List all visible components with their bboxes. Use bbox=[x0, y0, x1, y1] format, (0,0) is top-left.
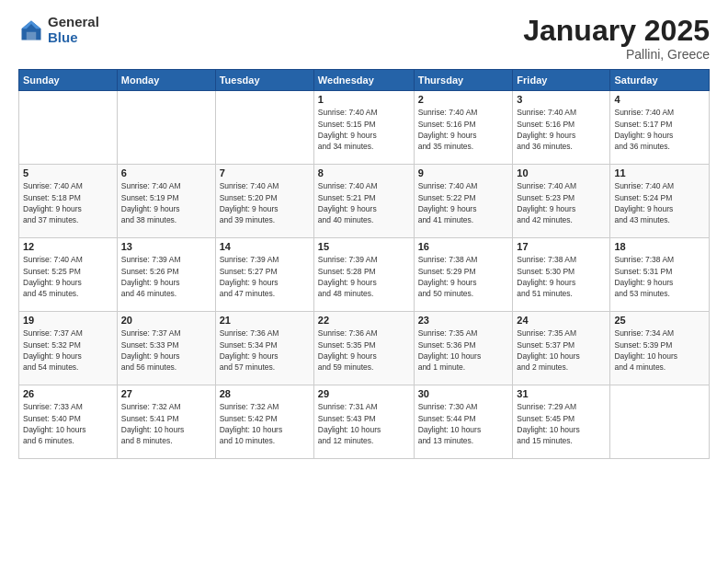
day-number: 17 bbox=[517, 241, 606, 252]
header-saturday: Saturday bbox=[610, 70, 710, 91]
day-detail: Sunrise: 7:40 AM Sunset: 5:21 PM Dayligh… bbox=[318, 180, 410, 225]
page: General Blue January 2025 Pallini, Greec… bbox=[0, 0, 728, 563]
calendar-table: Sunday Monday Tuesday Wednesday Thursday… bbox=[18, 69, 710, 459]
header-sunday: Sunday bbox=[19, 70, 118, 91]
day-detail: Sunrise: 7:40 AM Sunset: 5:17 PM Dayligh… bbox=[614, 107, 705, 152]
day-number: 26 bbox=[23, 388, 113, 399]
day-cell: 9Sunrise: 7:40 AM Sunset: 5:22 PM Daylig… bbox=[414, 165, 513, 238]
header-friday: Friday bbox=[513, 70, 610, 91]
day-number: 5 bbox=[23, 167, 113, 178]
day-cell bbox=[610, 385, 710, 459]
day-number: 10 bbox=[517, 167, 606, 178]
day-cell: 20Sunrise: 7:37 AM Sunset: 5:33 PM Dayli… bbox=[117, 312, 215, 385]
week-row-5: 26Sunrise: 7:33 AM Sunset: 5:40 PM Dayli… bbox=[19, 385, 710, 459]
day-detail: Sunrise: 7:40 AM Sunset: 5:23 PM Dayligh… bbox=[517, 180, 606, 225]
day-cell: 15Sunrise: 7:39 AM Sunset: 5:28 PM Dayli… bbox=[313, 238, 414, 312]
day-cell: 17Sunrise: 7:38 AM Sunset: 5:30 PM Dayli… bbox=[513, 238, 610, 312]
day-cell: 8Sunrise: 7:40 AM Sunset: 5:21 PM Daylig… bbox=[313, 165, 414, 238]
day-detail: Sunrise: 7:40 AM Sunset: 5:20 PM Dayligh… bbox=[220, 180, 310, 225]
day-cell: 6Sunrise: 7:40 AM Sunset: 5:19 PM Daylig… bbox=[117, 165, 215, 238]
day-detail: Sunrise: 7:37 AM Sunset: 5:32 PM Dayligh… bbox=[23, 327, 113, 373]
day-detail: Sunrise: 7:30 AM Sunset: 5:44 PM Dayligh… bbox=[418, 401, 509, 446]
day-cell: 5Sunrise: 7:40 AM Sunset: 5:18 PM Daylig… bbox=[19, 165, 118, 238]
day-detail: Sunrise: 7:40 AM Sunset: 5:16 PM Dayligh… bbox=[418, 107, 509, 152]
week-row-3: 12Sunrise: 7:40 AM Sunset: 5:25 PM Dayli… bbox=[19, 238, 710, 312]
day-number: 1 bbox=[318, 94, 410, 105]
day-detail: Sunrise: 7:40 AM Sunset: 5:18 PM Dayligh… bbox=[23, 180, 113, 225]
day-number: 13 bbox=[121, 241, 211, 252]
day-detail: Sunrise: 7:39 AM Sunset: 5:27 PM Dayligh… bbox=[220, 254, 310, 299]
day-detail: Sunrise: 7:31 AM Sunset: 5:43 PM Dayligh… bbox=[318, 401, 410, 446]
day-number: 19 bbox=[23, 315, 113, 326]
day-number: 30 bbox=[418, 388, 509, 399]
day-cell: 28Sunrise: 7:32 AM Sunset: 5:42 PM Dayli… bbox=[215, 385, 313, 459]
day-cell: 11Sunrise: 7:40 AM Sunset: 5:24 PM Dayli… bbox=[610, 165, 710, 238]
day-detail: Sunrise: 7:32 AM Sunset: 5:41 PM Dayligh… bbox=[121, 401, 211, 446]
day-detail: Sunrise: 7:38 AM Sunset: 5:29 PM Dayligh… bbox=[418, 254, 509, 299]
day-number: 18 bbox=[614, 241, 705, 252]
day-cell: 18Sunrise: 7:38 AM Sunset: 5:31 PM Dayli… bbox=[610, 238, 710, 312]
day-number: 11 bbox=[614, 167, 705, 178]
week-row-1: 1Sunrise: 7:40 AM Sunset: 5:15 PM Daylig… bbox=[19, 91, 710, 165]
day-cell bbox=[117, 91, 215, 165]
header-tuesday: Tuesday bbox=[215, 70, 313, 91]
day-detail: Sunrise: 7:40 AM Sunset: 5:25 PM Dayligh… bbox=[23, 254, 113, 299]
day-cell: 22Sunrise: 7:36 AM Sunset: 5:35 PM Dayli… bbox=[313, 312, 414, 385]
day-cell: 3Sunrise: 7:40 AM Sunset: 5:16 PM Daylig… bbox=[513, 91, 610, 165]
day-detail: Sunrise: 7:29 AM Sunset: 5:45 PM Dayligh… bbox=[517, 401, 606, 446]
logo-blue-text: Blue bbox=[48, 30, 99, 46]
calendar-title: January 2025 bbox=[523, 15, 710, 47]
day-number: 9 bbox=[418, 167, 509, 178]
day-detail: Sunrise: 7:40 AM Sunset: 5:19 PM Dayligh… bbox=[121, 180, 211, 225]
logo-general-text: General bbox=[48, 15, 99, 30]
logo-text: General Blue bbox=[48, 15, 99, 45]
day-number: 20 bbox=[121, 315, 211, 326]
day-number: 22 bbox=[318, 315, 410, 326]
day-number: 12 bbox=[23, 241, 113, 252]
day-number: 15 bbox=[318, 241, 410, 252]
day-cell: 16Sunrise: 7:38 AM Sunset: 5:29 PM Dayli… bbox=[414, 238, 513, 312]
day-cell: 10Sunrise: 7:40 AM Sunset: 5:23 PM Dayli… bbox=[513, 165, 610, 238]
day-number: 3 bbox=[517, 94, 606, 105]
day-cell: 21Sunrise: 7:36 AM Sunset: 5:34 PM Dayli… bbox=[215, 312, 313, 385]
day-number: 29 bbox=[318, 388, 410, 399]
svg-rect-2 bbox=[27, 31, 37, 40]
logo-icon bbox=[18, 17, 44, 43]
day-detail: Sunrise: 7:40 AM Sunset: 5:24 PM Dayligh… bbox=[614, 180, 705, 225]
day-number: 8 bbox=[318, 167, 410, 178]
day-cell: 1Sunrise: 7:40 AM Sunset: 5:15 PM Daylig… bbox=[313, 91, 414, 165]
day-detail: Sunrise: 7:39 AM Sunset: 5:26 PM Dayligh… bbox=[121, 254, 211, 299]
week-row-2: 5Sunrise: 7:40 AM Sunset: 5:18 PM Daylig… bbox=[19, 165, 710, 238]
day-cell: 31Sunrise: 7:29 AM Sunset: 5:45 PM Dayli… bbox=[513, 385, 610, 459]
day-detail: Sunrise: 7:40 AM Sunset: 5:16 PM Dayligh… bbox=[517, 107, 606, 152]
day-cell: 19Sunrise: 7:37 AM Sunset: 5:32 PM Dayli… bbox=[19, 312, 118, 385]
day-cell: 13Sunrise: 7:39 AM Sunset: 5:26 PM Dayli… bbox=[117, 238, 215, 312]
day-detail: Sunrise: 7:40 AM Sunset: 5:15 PM Dayligh… bbox=[318, 107, 410, 152]
weekday-header-row: Sunday Monday Tuesday Wednesday Thursday… bbox=[19, 70, 710, 91]
header-thursday: Thursday bbox=[414, 70, 513, 91]
day-detail: Sunrise: 7:39 AM Sunset: 5:28 PM Dayligh… bbox=[318, 254, 410, 299]
day-number: 7 bbox=[220, 167, 310, 178]
day-cell bbox=[19, 91, 118, 165]
day-number: 25 bbox=[614, 315, 705, 326]
day-number: 14 bbox=[220, 241, 310, 252]
logo: General Blue bbox=[18, 15, 99, 45]
header-monday: Monday bbox=[117, 70, 215, 91]
day-detail: Sunrise: 7:38 AM Sunset: 5:30 PM Dayligh… bbox=[517, 254, 606, 299]
day-cell bbox=[215, 91, 313, 165]
day-cell: 23Sunrise: 7:35 AM Sunset: 5:36 PM Dayli… bbox=[414, 312, 513, 385]
day-cell: 24Sunrise: 7:35 AM Sunset: 5:37 PM Dayli… bbox=[513, 312, 610, 385]
day-number: 28 bbox=[220, 388, 310, 399]
day-number: 27 bbox=[121, 388, 211, 399]
day-detail: Sunrise: 7:32 AM Sunset: 5:42 PM Dayligh… bbox=[220, 401, 310, 446]
day-cell: 2Sunrise: 7:40 AM Sunset: 5:16 PM Daylig… bbox=[414, 91, 513, 165]
day-number: 16 bbox=[418, 241, 509, 252]
day-cell: 26Sunrise: 7:33 AM Sunset: 5:40 PM Dayli… bbox=[19, 385, 118, 459]
header: General Blue January 2025 Pallini, Greec… bbox=[18, 15, 710, 62]
title-block: January 2025 Pallini, Greece bbox=[523, 15, 710, 62]
day-cell: 29Sunrise: 7:31 AM Sunset: 5:43 PM Dayli… bbox=[313, 385, 414, 459]
day-detail: Sunrise: 7:40 AM Sunset: 5:22 PM Dayligh… bbox=[418, 180, 509, 225]
day-detail: Sunrise: 7:35 AM Sunset: 5:37 PM Dayligh… bbox=[517, 327, 606, 373]
calendar-subtitle: Pallini, Greece bbox=[523, 47, 710, 62]
day-cell: 7Sunrise: 7:40 AM Sunset: 5:20 PM Daylig… bbox=[215, 165, 313, 238]
